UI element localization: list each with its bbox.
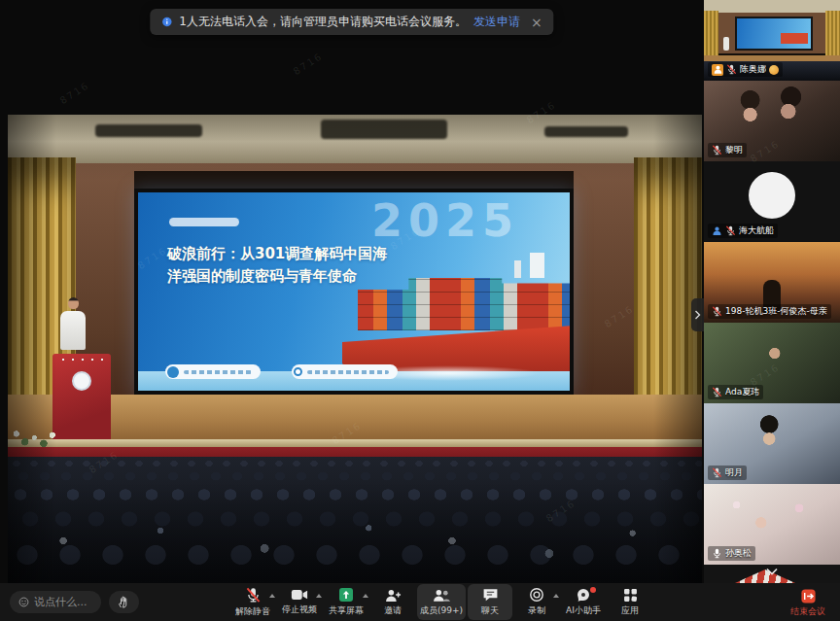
speaker-icon [167, 366, 179, 378]
button-label: 解除静音 [235, 605, 270, 618]
slide-title: 破浪前行：从301调查解码中国海洋强国的制度密码与青年使命 [167, 243, 399, 289]
meeting-toolbar: 说点什么... 解除静音 停止视频 共享屏幕 [0, 583, 840, 621]
message-placeholder: 说点什么... [34, 595, 88, 609]
stage-flowers [8, 424, 74, 449]
share-screen-button[interactable]: 共享屏幕 [324, 584, 368, 620]
button-label: 录制 [528, 604, 545, 617]
participant-name-row: Ada夏玮 [708, 385, 763, 399]
participant-tile-active-speaker[interactable]: 孙奥松 [704, 484, 840, 565]
chat-bubble-icon [482, 588, 499, 603]
button-label: AI小助手 [566, 604, 601, 617]
info-pill-icon [294, 367, 302, 376]
info-icon [161, 17, 172, 27]
presentation-slide: 2025 破浪前行：从301调查解码中国海洋强国的制度密码与青年使命 [138, 192, 570, 391]
notification-dot [590, 587, 596, 593]
apps-button[interactable]: 应用 [608, 584, 652, 620]
participants-sidebar: 陈奥娜 黎明 海大航船 198-轮机3班-何俊杰-母亲 [704, 0, 840, 583]
button-label: 共享屏幕 [329, 604, 364, 617]
participant-name: 198-轮机3班-何俊杰-母亲 [725, 305, 827, 318]
button-label: 成员(99+) [420, 604, 463, 617]
participant-tile[interactable]: 海大航船 [704, 161, 840, 242]
slide-speaker-pill [165, 364, 261, 379]
record-icon [529, 587, 544, 603]
participant-name: 海大航船 [739, 224, 774, 237]
participant-name: 孙奥松 [725, 547, 752, 560]
members-button[interactable]: 成员(99+) [417, 584, 466, 620]
hand-icon [118, 596, 130, 608]
unmute-button[interactable]: 解除静音 [230, 584, 275, 620]
participant-name: 黎明 [725, 144, 743, 156]
scroll-down-chevron-icon[interactable] [759, 566, 785, 577]
participant-name-row: 198-轮机3班-何俊杰-母亲 [708, 304, 831, 319]
projector-screen-frame [134, 171, 574, 189]
message-input[interactable]: 说点什么... [10, 591, 101, 613]
chevron-up-icon[interactable] [363, 594, 368, 598]
mic-muted-icon [712, 145, 722, 155]
sidebar-collapse-button[interactable] [691, 298, 704, 331]
main-stage-video[interactable]: 2025 破浪前行：从301调查解码中国海洋强国的制度密码与青年使命 [0, 0, 704, 583]
end-meeting-button[interactable]: 结束会议 [780, 585, 836, 620]
chevron-up-icon[interactable] [553, 594, 559, 598]
speaker-pill-text [184, 370, 252, 374]
chevron-up-icon[interactable] [316, 594, 322, 598]
hall-ceiling [8, 115, 702, 163]
participant-name: 陈奥娜 [740, 63, 766, 76]
banner-text: 1人无法电话入会，请向管理员申请购买电话会议服务。 [179, 14, 467, 30]
participant-name-row: 黎明 [708, 143, 747, 157]
chevron-right-icon [694, 310, 701, 320]
participant-tile[interactable]: 陈奥娜 [704, 0, 840, 81]
record-button[interactable]: 录制 [514, 584, 559, 620]
chevron-up-icon[interactable] [269, 594, 275, 598]
reaction-emoji-icon [769, 65, 779, 75]
mic-muted-icon [712, 387, 722, 397]
end-meeting-label: 结束会议 [790, 605, 825, 618]
stage-curtain-right [634, 157, 702, 408]
end-meeting-icon [800, 588, 817, 604]
participant-tile[interactable]: 198-轮机3班-何俊杰-母亲 [704, 242, 840, 323]
button-label: 应用 [621, 604, 639, 617]
invite-person-icon [385, 588, 402, 603]
participant-tile[interactable]: 明月 [704, 403, 840, 484]
participant-name-row: 陈奥娜 [708, 62, 783, 77]
user-badge-icon [712, 225, 722, 236]
host-badge-icon [712, 64, 723, 76]
projector-screen: 2025 破浪前行：从301调查解码中国海洋强国的制度密码与青年使命 [134, 189, 574, 395]
participant-tile[interactable]: Ada夏玮 [704, 323, 840, 403]
ai-assistant-button[interactable]: AI小助手 [561, 584, 606, 620]
participant-name-row: 明月 [708, 466, 747, 480]
stage-floor [8, 395, 702, 439]
camera-icon [291, 588, 308, 602]
chat-button[interactable]: 聊天 [468, 584, 512, 620]
mic-muted-icon [245, 587, 262, 604]
participant-tile[interactable]: 黎明 [704, 81, 840, 161]
slide-info-pill [292, 364, 398, 379]
smiley-icon [18, 597, 29, 607]
participant-name: Ada夏玮 [725, 386, 759, 398]
invite-button[interactable]: 邀请 [370, 584, 415, 620]
audience-highlights [8, 457, 702, 584]
participant-name-row: 孙奥松 [708, 546, 755, 561]
close-icon[interactable]: × [531, 15, 542, 30]
ship-bridge-graphic [530, 253, 544, 278]
stage-front-edge [8, 439, 702, 447]
reaction-hand-button[interactable] [109, 591, 139, 613]
slide-year-watermark: 2025 [371, 194, 519, 247]
share-screen-icon [338, 587, 354, 603]
meeting-app-window: 2025 破浪前行：从301调查解码中国海洋强国的制度密码与青年使命 [0, 0, 840, 621]
notification-banner: 1人无法电话入会，请向管理员申请购买电话会议服务。 发送申请 × [150, 9, 553, 35]
slide-decoration-tag [169, 218, 239, 226]
toolbar-center-buttons: 解除静音 停止视频 共享屏幕 邀请 成员(99+) [230, 583, 652, 621]
stop-video-button[interactable]: 停止视频 [277, 584, 322, 620]
mic-muted-icon [726, 64, 737, 75]
participant-name-row: 海大航船 [708, 224, 778, 238]
mic-muted-icon [712, 306, 722, 317]
button-label: 停止视频 [282, 604, 317, 616]
presenter-figure [58, 297, 88, 358]
mic-on-icon [712, 548, 722, 559]
send-request-link[interactable]: 发送申请 [473, 14, 520, 30]
lecture-hall-video-frame: 2025 破浪前行：从301调查解码中国海洋强国的制度密码与青年使命 [8, 115, 702, 584]
members-icon [433, 588, 451, 603]
info-pill-text [307, 370, 389, 374]
mic-muted-icon [712, 467, 722, 478]
apps-grid-icon [623, 588, 638, 603]
